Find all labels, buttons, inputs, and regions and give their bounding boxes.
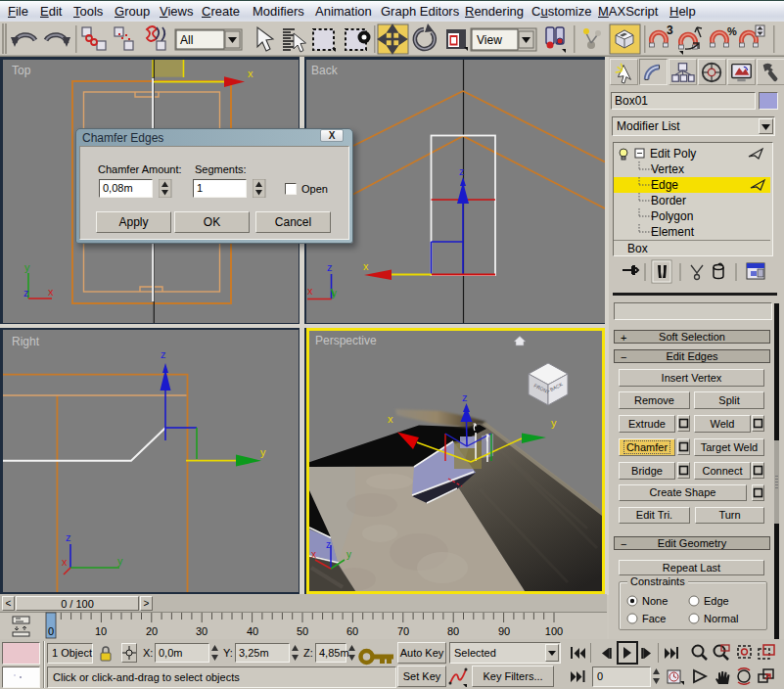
svg-text:3: 3	[667, 23, 673, 37]
svg-text:x: x	[62, 556, 68, 568]
svg-text:x: x	[307, 285, 313, 297]
svg-text:Right: Right	[12, 335, 40, 348]
svg-text:y: y	[24, 261, 30, 273]
svg-text:Perspective: Perspective	[315, 334, 377, 347]
svg-text:50: 50	[297, 625, 308, 637]
svg-text:y: y	[260, 446, 266, 458]
svg-text:0: 0	[48, 625, 54, 637]
svg-text:Face: Face	[642, 613, 666, 624]
svg-text:z: z	[326, 539, 331, 550]
svg-text:y: y	[551, 417, 557, 429]
svg-text:Top: Top	[12, 64, 31, 77]
svg-text:y: y	[332, 288, 337, 299]
svg-text:z: z	[459, 165, 465, 177]
svg-text:60: 60	[346, 625, 358, 637]
svg-text:Edge: Edge	[704, 595, 729, 607]
svg-text:z: z	[462, 391, 468, 403]
svg-text:Back: Back	[311, 64, 339, 77]
svg-text:70: 70	[397, 625, 409, 637]
svg-text:z: z	[23, 287, 29, 299]
svg-text:x: x	[388, 413, 393, 425]
svg-text:x: x	[248, 68, 254, 79]
svg-text:z: z	[66, 531, 71, 543]
svg-text:x: x	[311, 549, 316, 560]
svg-text:80: 80	[447, 625, 459, 637]
svg-text:All: All	[180, 33, 193, 47]
svg-text:Normal: Normal	[704, 613, 738, 624]
svg-text:20: 20	[146, 625, 158, 637]
svg-text:90: 90	[498, 625, 510, 637]
svg-text:100: 100	[545, 625, 563, 637]
svg-text:%: %	[727, 25, 737, 37]
svg-text:y: y	[346, 549, 351, 560]
svg-text:z: z	[161, 348, 166, 360]
svg-text:30: 30	[196, 625, 208, 637]
svg-text:40: 40	[247, 625, 258, 637]
svg-text:z: z	[327, 261, 333, 273]
svg-text:x: x	[363, 260, 369, 272]
svg-text:10: 10	[95, 625, 107, 637]
svg-text:View: View	[477, 33, 502, 47]
svg-text:x: x	[48, 286, 54, 298]
svg-text:None: None	[642, 595, 668, 607]
svg-text:y: y	[117, 555, 123, 567]
